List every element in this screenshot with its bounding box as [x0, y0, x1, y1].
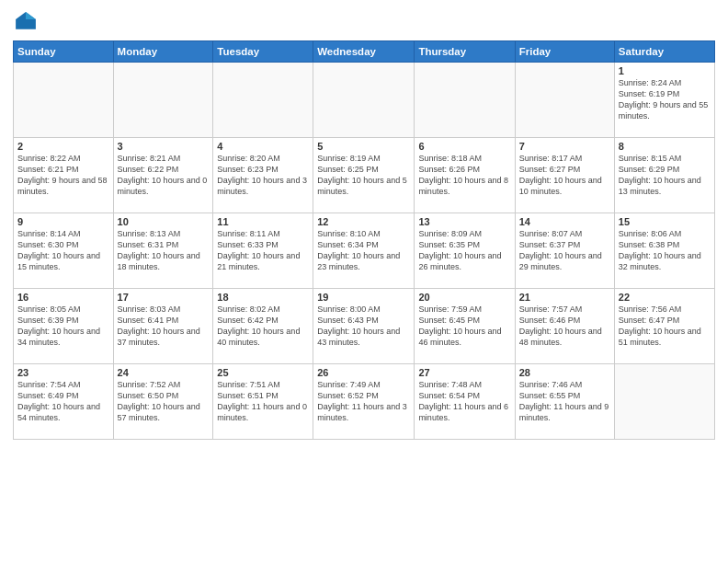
day-number: 14 — [519, 216, 610, 227]
day-info: Sunrise: 7:49 AM Sunset: 6:52 PM Dayligh… — [317, 379, 410, 424]
logo-icon — [13, 9, 39, 35]
day-info: Sunrise: 8:15 AM Sunset: 6:29 PM Dayligh… — [619, 153, 711, 198]
week-row-2: 9Sunrise: 8:14 AM Sunset: 6:30 PM Daylig… — [14, 213, 715, 289]
day-number: 22 — [619, 292, 711, 303]
calendar-cell: 7Sunrise: 8:17 AM Sunset: 6:27 PM Daylig… — [515, 138, 614, 213]
calendar-cell: 25Sunrise: 7:51 AM Sunset: 6:51 PM Dayli… — [213, 364, 313, 440]
week-row-1: 2Sunrise: 8:22 AM Sunset: 6:21 PM Daylig… — [14, 138, 715, 213]
calendar-cell: 13Sunrise: 8:09 AM Sunset: 6:35 PM Dayli… — [415, 213, 515, 289]
day-info: Sunrise: 8:22 AM Sunset: 6:21 PM Dayligh… — [17, 153, 109, 198]
day-info: Sunrise: 8:19 AM Sunset: 6:25 PM Dayligh… — [317, 153, 410, 198]
day-number: 17 — [118, 292, 210, 303]
day-number: 26 — [317, 367, 410, 378]
day-info: Sunrise: 8:21 AM Sunset: 6:22 PM Dayligh… — [118, 153, 210, 198]
day-number: 3 — [118, 141, 210, 152]
calendar-cell — [614, 364, 714, 440]
calendar-cell — [14, 63, 114, 138]
day-number: 18 — [217, 292, 309, 303]
day-info: Sunrise: 7:56 AM Sunset: 6:47 PM Dayligh… — [619, 304, 711, 349]
day-number: 7 — [519, 141, 610, 152]
calendar-cell: 4Sunrise: 8:20 AM Sunset: 6:23 PM Daylig… — [213, 138, 313, 213]
calendar-cell — [415, 63, 515, 138]
day-info: Sunrise: 8:18 AM Sunset: 6:26 PM Dayligh… — [418, 153, 510, 198]
day-number: 13 — [418, 216, 510, 227]
header — [13, 9, 715, 35]
calendar-cell: 15Sunrise: 8:06 AM Sunset: 6:38 PM Dayli… — [614, 213, 714, 289]
calendar-cell: 12Sunrise: 8:10 AM Sunset: 6:34 PM Dayli… — [313, 213, 415, 289]
day-info: Sunrise: 8:17 AM Sunset: 6:27 PM Dayligh… — [519, 153, 610, 198]
weekday-header-thursday: Thursday — [415, 41, 515, 63]
week-row-3: 16Sunrise: 8:05 AM Sunset: 6:39 PM Dayli… — [14, 289, 715, 364]
day-info: Sunrise: 7:54 AM Sunset: 6:49 PM Dayligh… — [17, 379, 109, 424]
day-number: 20 — [418, 292, 510, 303]
day-info: Sunrise: 8:00 AM Sunset: 6:43 PM Dayligh… — [317, 304, 410, 349]
day-info: Sunrise: 8:03 AM Sunset: 6:41 PM Dayligh… — [118, 304, 210, 349]
day-info: Sunrise: 8:11 AM Sunset: 6:33 PM Dayligh… — [217, 228, 309, 273]
day-number: 6 — [418, 141, 510, 152]
day-number: 21 — [519, 292, 610, 303]
calendar: SundayMondayTuesdayWednesdayThursdayFrid… — [13, 40, 715, 440]
day-info: Sunrise: 7:48 AM Sunset: 6:54 PM Dayligh… — [418, 379, 510, 424]
calendar-cell: 17Sunrise: 8:03 AM Sunset: 6:41 PM Dayli… — [113, 289, 213, 364]
day-info: Sunrise: 7:57 AM Sunset: 6:46 PM Dayligh… — [519, 304, 610, 349]
day-number: 15 — [619, 216, 711, 227]
calendar-cell: 14Sunrise: 8:07 AM Sunset: 6:37 PM Dayli… — [515, 213, 614, 289]
day-info: Sunrise: 7:59 AM Sunset: 6:45 PM Dayligh… — [418, 304, 510, 349]
calendar-cell: 3Sunrise: 8:21 AM Sunset: 6:22 PM Daylig… — [113, 138, 213, 213]
calendar-cell: 5Sunrise: 8:19 AM Sunset: 6:25 PM Daylig… — [313, 138, 415, 213]
weekday-header-saturday: Saturday — [614, 41, 714, 63]
calendar-cell: 8Sunrise: 8:15 AM Sunset: 6:29 PM Daylig… — [614, 138, 714, 213]
day-number: 2 — [17, 141, 109, 152]
day-number: 16 — [17, 292, 109, 303]
calendar-cell: 27Sunrise: 7:48 AM Sunset: 6:54 PM Dayli… — [415, 364, 515, 440]
calendar-cell: 26Sunrise: 7:49 AM Sunset: 6:52 PM Dayli… — [313, 364, 415, 440]
calendar-cell: 18Sunrise: 8:02 AM Sunset: 6:42 PM Dayli… — [213, 289, 313, 364]
svg-marker-1 — [26, 12, 36, 19]
day-number: 1 — [619, 65, 711, 76]
calendar-cell: 1Sunrise: 8:24 AM Sunset: 6:19 PM Daylig… — [614, 63, 714, 138]
day-info: Sunrise: 8:10 AM Sunset: 6:34 PM Dayligh… — [317, 228, 410, 273]
week-row-4: 23Sunrise: 7:54 AM Sunset: 6:49 PM Dayli… — [14, 364, 715, 440]
calendar-cell: 21Sunrise: 7:57 AM Sunset: 6:46 PM Dayli… — [515, 289, 614, 364]
day-info: Sunrise: 7:52 AM Sunset: 6:50 PM Dayligh… — [118, 379, 210, 424]
weekday-header-tuesday: Tuesday — [213, 41, 313, 63]
day-info: Sunrise: 8:02 AM Sunset: 6:42 PM Dayligh… — [217, 304, 309, 349]
day-info: Sunrise: 8:07 AM Sunset: 6:37 PM Dayligh… — [519, 228, 610, 273]
day-info: Sunrise: 8:24 AM Sunset: 6:19 PM Dayligh… — [619, 77, 711, 122]
calendar-cell — [213, 63, 313, 138]
calendar-cell: 19Sunrise: 8:00 AM Sunset: 6:43 PM Dayli… — [313, 289, 415, 364]
logo — [13, 9, 42, 35]
weekday-header-friday: Friday — [515, 41, 614, 63]
day-info: Sunrise: 7:46 AM Sunset: 6:55 PM Dayligh… — [519, 379, 610, 424]
calendar-cell — [113, 63, 213, 138]
calendar-cell: 9Sunrise: 8:14 AM Sunset: 6:30 PM Daylig… — [14, 213, 114, 289]
day-number: 28 — [519, 367, 610, 378]
day-number: 27 — [418, 367, 510, 378]
day-number: 25 — [217, 367, 309, 378]
calendar-cell: 23Sunrise: 7:54 AM Sunset: 6:49 PM Dayli… — [14, 364, 114, 440]
day-number: 12 — [317, 216, 410, 227]
day-number: 23 — [17, 367, 109, 378]
calendar-cell — [515, 63, 614, 138]
day-info: Sunrise: 8:14 AM Sunset: 6:30 PM Dayligh… — [17, 228, 109, 273]
day-info: Sunrise: 8:13 AM Sunset: 6:31 PM Dayligh… — [118, 228, 210, 273]
day-number: 5 — [317, 141, 410, 152]
weekday-header-row: SundayMondayTuesdayWednesdayThursdayFrid… — [14, 41, 715, 63]
day-number: 11 — [217, 216, 309, 227]
calendar-cell — [313, 63, 415, 138]
day-number: 24 — [118, 367, 210, 378]
weekday-header-wednesday: Wednesday — [313, 41, 415, 63]
day-number: 8 — [619, 141, 711, 152]
calendar-cell: 6Sunrise: 8:18 AM Sunset: 6:26 PM Daylig… — [415, 138, 515, 213]
day-info: Sunrise: 8:05 AM Sunset: 6:39 PM Dayligh… — [17, 304, 109, 349]
weekday-header-sunday: Sunday — [14, 41, 114, 63]
calendar-cell: 11Sunrise: 8:11 AM Sunset: 6:33 PM Dayli… — [213, 213, 313, 289]
calendar-cell: 20Sunrise: 7:59 AM Sunset: 6:45 PM Dayli… — [415, 289, 515, 364]
page: SundayMondayTuesdayWednesdayThursdayFrid… — [0, 0, 728, 563]
day-info: Sunrise: 7:51 AM Sunset: 6:51 PM Dayligh… — [217, 379, 309, 424]
calendar-cell: 2Sunrise: 8:22 AM Sunset: 6:21 PM Daylig… — [14, 138, 114, 213]
day-info: Sunrise: 8:06 AM Sunset: 6:38 PM Dayligh… — [619, 228, 711, 273]
day-info: Sunrise: 8:09 AM Sunset: 6:35 PM Dayligh… — [418, 228, 510, 273]
day-number: 19 — [317, 292, 410, 303]
day-number: 10 — [118, 216, 210, 227]
